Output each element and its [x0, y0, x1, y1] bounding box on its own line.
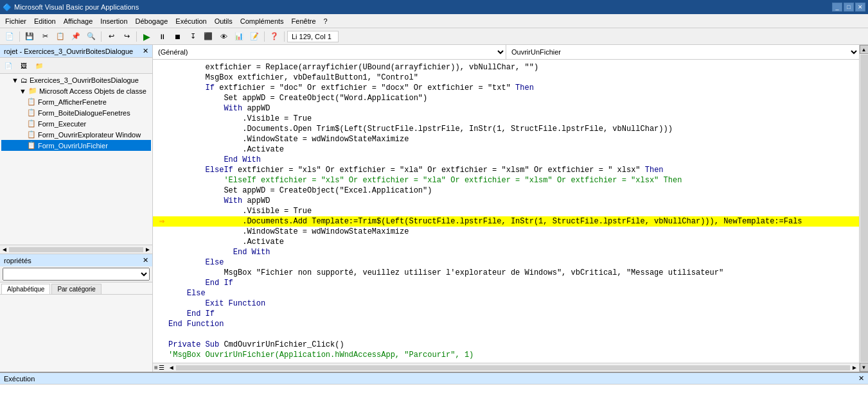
- tree-project-icon: 🗂: [21, 76, 28, 84]
- props-close-icon[interactable]: ✕: [143, 256, 148, 264]
- toolbar-sep-2: [101, 31, 102, 42]
- view-object-button[interactable]: 🖼: [17, 59, 31, 72]
- watch-button[interactable]: 👁: [217, 30, 231, 43]
- toolbar-sep-4: [264, 31, 265, 42]
- code-line: Else: [153, 288, 859, 299]
- view-code-button[interactable]: 📄: [1, 59, 15, 72]
- menu-bar: Fichier Edition Affichage Insertion Débo…: [0, 14, 868, 28]
- tree-expand-icon-2: ▼: [19, 87, 26, 95]
- properties-panel: ropriétés ✕ Alphabétique Par catégorie: [0, 254, 152, 372]
- split-icon-2[interactable]: ☰: [159, 364, 164, 371]
- tree-access-label: Microsoft Access Objets de classe: [39, 87, 146, 95]
- code-line: Exit Function: [153, 299, 859, 309]
- minimize-button[interactable]: _: [832, 3, 842, 12]
- close-button[interactable]: ✕: [855, 3, 865, 12]
- menu-help[interactable]: ?: [320, 16, 332, 26]
- help-button[interactable]: ❓: [267, 30, 281, 43]
- breakpoint-button[interactable]: ⬛: [201, 30, 215, 43]
- hscroll-thumb[interactable]: [9, 247, 143, 252]
- menu-edition[interactable]: Edition: [30, 16, 60, 26]
- tree-item-project[interactable]: ▼ 🗂 Exercices_3_OuvrirBoitesDialogue: [1, 75, 151, 85]
- hscroll-left-icon[interactable]: ◄: [1, 246, 8, 253]
- tree-item-explorateur[interactable]: 📋 Form_OuvrirExplorateur Window: [1, 129, 151, 140]
- tree-icon-explorateur: 📋: [27, 130, 36, 139]
- menu-affichage[interactable]: Affichage: [60, 16, 97, 26]
- toggle-folders-button[interactable]: 📁: [32, 59, 46, 72]
- split-icon[interactable]: ≡: [154, 364, 158, 371]
- immediate-button[interactable]: 📝: [247, 30, 261, 43]
- code-dropdowns: (Général) OuvrirUnFichier: [153, 45, 859, 60]
- code-hscroll[interactable]: ≡ ☰ ◄ ►: [153, 363, 859, 372]
- right-scrollbar[interactable]: ▲ ▼: [859, 45, 868, 372]
- procedure-dropdown[interactable]: OuvrirUnFichier: [506, 45, 859, 59]
- tree-item-afficher[interactable]: 📋 Form_AfficherFenetre: [1, 96, 151, 107]
- copy-button[interactable]: 📋: [53, 30, 67, 43]
- tree-item-access-objects[interactable]: ▼ 📁 Microsoft Access Objets de classe: [1, 85, 151, 96]
- tree-item-executer[interactable]: 📋 Form_Executer: [1, 118, 151, 129]
- tree-hscroll[interactable]: ◄ ►: [0, 245, 152, 254]
- step-button[interactable]: ↧: [186, 30, 200, 43]
- cursor-position: Li 129, Col 1: [287, 31, 339, 42]
- undo-button[interactable]: ↩: [104, 30, 118, 43]
- stop-button[interactable]: ⏹: [170, 30, 184, 43]
- project-title: rojet - Exercices_3_OuvrirBoitesDialogue: [4, 48, 133, 55]
- tree-label-executer: Form_Executer: [38, 120, 86, 128]
- hscroll-right-icon[interactable]: ►: [145, 246, 151, 253]
- hscroll-bar[interactable]: [176, 365, 850, 370]
- menu-insertion[interactable]: Insertion: [96, 16, 131, 26]
- menu-execution[interactable]: Exécution: [172, 16, 210, 26]
- code-line: 'ElseIf extfichier = "xls" Or extfichier…: [153, 175, 859, 186]
- code-line: Set appWD = CreateObject("Excel.Applicat…: [153, 186, 859, 196]
- find-button[interactable]: 🔍: [84, 30, 98, 43]
- exec-header: Exécution ✕: [0, 373, 868, 385]
- code-line: .Activate: [153, 144, 859, 155]
- tree-item-ouvrir[interactable]: 📋 Form_OuvrirUnFichier: [1, 140, 151, 151]
- code-line: End If: [153, 309, 859, 319]
- menu-fenetre[interactable]: Fenêtre: [288, 16, 320, 26]
- code-line: End Function: [153, 319, 859, 329]
- scroll-up-button[interactable]: ▲: [860, 45, 869, 54]
- vscroll-thumb[interactable]: [860, 55, 868, 362]
- tree-item-boite[interactable]: 📋 Form_BoiteDialogueFenetres: [1, 107, 151, 118]
- save-button[interactable]: 💾: [22, 30, 37, 43]
- scroll-left-arrow[interactable]: ◄: [168, 364, 175, 371]
- code-line: Set appWD = CreateObject("Word.Applicati…: [153, 93, 859, 103]
- new-button[interactable]: 📄: [3, 30, 17, 43]
- scroll-right-arrow[interactable]: ►: [851, 364, 858, 371]
- menu-complements[interactable]: Compléments: [236, 16, 288, 26]
- title-bar-left: 🔷 Microsoft Visual Basic pour Applicatio…: [3, 3, 139, 12]
- main-layout: rojet - Exercices_3_OuvrirBoitesDialogue…: [0, 45, 868, 372]
- tree-icon-boite: 📋: [27, 108, 36, 117]
- redo-button[interactable]: ↪: [120, 30, 134, 43]
- cut-button[interactable]: ✂: [38, 30, 52, 43]
- props-tabs: Alphabétique Par catégorie: [0, 282, 152, 295]
- run-button[interactable]: ▶: [139, 30, 154, 43]
- code-editor[interactable]: extfichier = Replace(arrayfichier(UBound…: [153, 60, 859, 363]
- exec-close-icon[interactable]: ✕: [858, 374, 864, 383]
- code-line: extfichier = Replace(arrayfichier(UBound…: [153, 62, 859, 73]
- tree-label-afficher: Form_AfficherFenetre: [38, 98, 107, 106]
- code-line: .WindowState = wdWindowStateMaximize: [153, 227, 859, 237]
- scroll-down-button[interactable]: ▼: [860, 363, 869, 372]
- menu-debogage[interactable]: Débogage: [132, 16, 172, 26]
- menu-outils[interactable]: Outils: [211, 16, 236, 26]
- exec-content[interactable]: [0, 385, 868, 407]
- general-dropdown[interactable]: (Général): [153, 45, 506, 59]
- code-line: If extfichier = "doc" Or extfichier = "d…: [153, 83, 859, 93]
- locals-button[interactable]: 📊: [232, 30, 246, 43]
- props-tab-alphabetical[interactable]: Alphabétique: [1, 284, 50, 294]
- paste-button[interactable]: 📌: [69, 30, 83, 43]
- code-line: Private Sub CmdOuvrirUnFichier_Click(): [153, 340, 859, 350]
- title-bar-controls: _ □ ✕: [832, 3, 865, 12]
- tree-expand-icon: ▼: [12, 76, 19, 84]
- menu-fichier[interactable]: Fichier: [1, 16, 30, 26]
- code-line: MsgBox extfichier, vbDefaultButton1, "Co…: [153, 73, 859, 83]
- code-line: Else: [153, 257, 859, 268]
- tree-folder-icon: 📁: [28, 87, 37, 95]
- project-close-icon[interactable]: ✕: [143, 47, 148, 55]
- props-tab-category[interactable]: Par catégorie: [51, 284, 101, 294]
- code-line: ElseIf extfichier = "xls" Or extfichier …: [153, 165, 859, 175]
- properties-object-select[interactable]: [3, 268, 150, 281]
- pause-button[interactable]: ⏸: [155, 30, 169, 43]
- maximize-button[interactable]: □: [844, 3, 854, 12]
